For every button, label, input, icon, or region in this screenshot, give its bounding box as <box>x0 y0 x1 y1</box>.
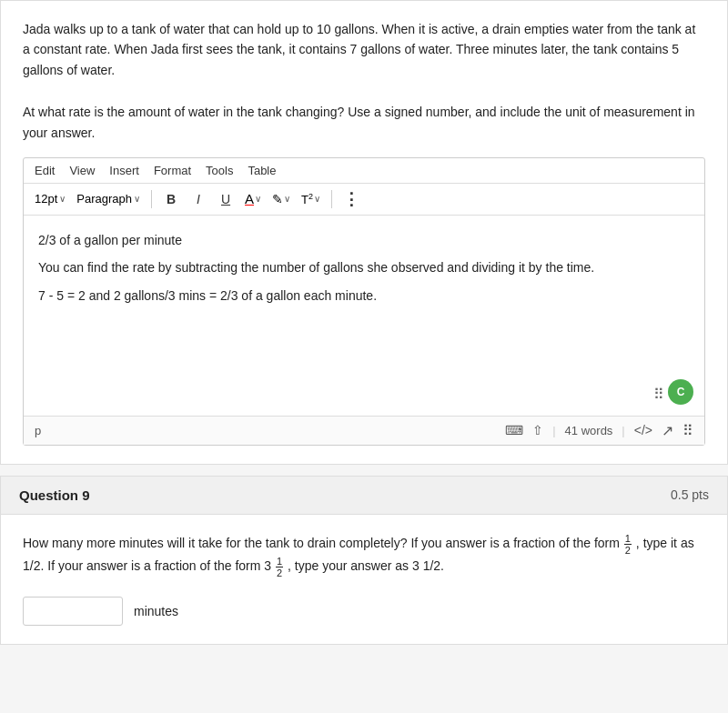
question9-text-part1: How many more minutes will it take for t… <box>23 536 620 550</box>
drag-icon[interactable]: ⠿ <box>682 422 693 439</box>
ai-dots-icon: ⠿ <box>653 386 664 403</box>
question9-content: How many more minutes will it take for t… <box>1 515 727 644</box>
toolbar-divider-2 <box>331 190 332 208</box>
fraction-half-inline: 1 2 <box>623 536 636 550</box>
fraction-1-2: 1 2 <box>624 533 632 556</box>
menu-format[interactable]: Format <box>154 164 191 177</box>
answer-prompt: At what rate is the amount of water in t… <box>23 102 705 143</box>
superscript-chevron-icon: ∨ <box>314 194 320 204</box>
toolbar-divider-1 <box>151 190 152 208</box>
keyboard-icon[interactable]: ⌨ <box>505 423 523 437</box>
font-color-button[interactable]: A ∨ <box>241 189 265 208</box>
code-view-button[interactable]: </> <box>634 423 652 437</box>
question9-block: How many more minutes will it take for t… <box>0 515 728 645</box>
problem-text: Jada walks up to a tank of water that ca… <box>23 19 705 80</box>
answer-line: 2/3 of a gallon per minute <box>38 230 690 250</box>
menu-view[interactable]: View <box>69 164 95 177</box>
editor-toolbar: 12pt ∨ Paragraph ∨ B I U A ∨ ✎ ∨ <box>24 184 704 216</box>
question9-header: Question 9 0.5 pts <box>0 476 728 515</box>
explanation-line-1: You can find the rate by subtracting the… <box>38 257 690 277</box>
font-size-label: 12pt <box>35 192 57 206</box>
statusbar-divider-2: | <box>622 424 624 437</box>
statusbar-divider: | <box>552 424 555 437</box>
more-options-button[interactable]: ⋮ <box>339 187 363 211</box>
superscript-icon: T2 <box>301 192 313 206</box>
status-right: ⌨ ⇧ | 41 words | </> ↗ ⠿ <box>505 422 693 439</box>
highlight-icon: ✎ <box>272 192 283 206</box>
ai-button[interactable]: C <box>668 379 693 405</box>
upload-icon[interactable]: ⇧ <box>532 423 543 437</box>
fraction-1-2-b: 1 2 <box>276 556 283 578</box>
editor-container: Edit View Insert Format Tools Table 12pt… <box>23 157 705 446</box>
answer-input[interactable] <box>23 597 123 626</box>
question9-text-part3: , type your answer as 3 1/2. <box>288 558 444 573</box>
answer-row: minutes <box>23 597 705 626</box>
editor-statusbar: p ⌨ ⇧ | 41 words | </> ↗ ⠿ <box>24 416 704 445</box>
menu-tools[interactable]: Tools <box>206 164 233 177</box>
paragraph-selector[interactable]: Paragraph ∨ <box>73 190 144 207</box>
font-color-chevron-icon: ∨ <box>255 194 261 204</box>
question9-pts: 0.5 pts <box>671 487 709 502</box>
highlight-button[interactable]: ✎ ∨ <box>268 190 294 208</box>
element-indicator: p <box>35 424 41 437</box>
bold-button[interactable]: B <box>159 187 183 211</box>
menu-table[interactable]: Table <box>248 164 276 177</box>
menu-edit[interactable]: Edit <box>35 164 55 177</box>
menu-insert[interactable]: Insert <box>109 164 139 177</box>
editor-content[interactable]: 2/3 of a gallon per minute You can find … <box>24 216 704 416</box>
explanation-line-2: 7 - 5 = 2 and 2 gallons/3 mins = 2/3 of … <box>38 286 690 306</box>
font-color-icon: A <box>245 191 254 206</box>
font-size-chevron-icon: ∨ <box>59 194 66 204</box>
font-size-selector[interactable]: 12pt ∨ <box>31 190 69 207</box>
editor-menubar: Edit View Insert Format Tools Table <box>24 158 704 184</box>
paragraph-label: Paragraph <box>76 192 132 206</box>
highlight-chevron-icon: ∨ <box>284 194 290 204</box>
word-count: 41 words <box>565 424 613 437</box>
answer-unit: minutes <box>134 604 178 618</box>
resize-icon[interactable]: ↗ <box>662 422 673 439</box>
superscript-button[interactable]: T2 ∨ <box>298 190 324 208</box>
question-block: Jada walks up to a tank of water that ca… <box>0 0 728 465</box>
page: Jada walks up to a tank of water that ca… <box>0 0 728 645</box>
question9-title: Question 9 <box>19 487 90 503</box>
paragraph-chevron-icon: ∨ <box>134 194 140 204</box>
underline-button[interactable]: U <box>214 187 238 211</box>
question9-text: How many more minutes will it take for t… <box>23 533 705 578</box>
question9-section: Question 9 0.5 pts How many more minutes… <box>0 476 728 645</box>
italic-button[interactable]: I <box>187 187 210 211</box>
